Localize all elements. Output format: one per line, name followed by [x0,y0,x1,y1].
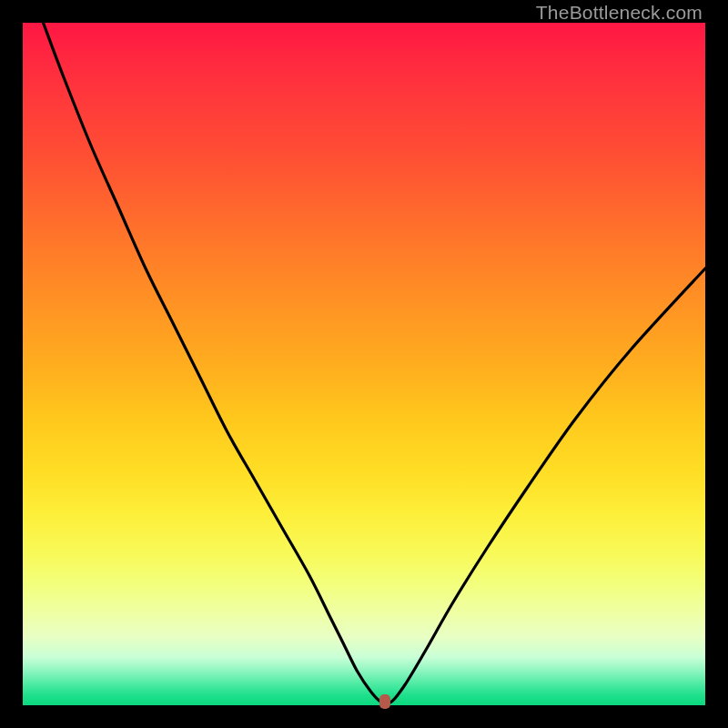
curve-svg [23,23,705,705]
chart-frame: TheBottleneck.com [0,0,728,728]
chart-plot-area [23,23,705,705]
watermark-text: TheBottleneck.com [536,2,703,24]
bottleneck-curve [44,23,706,703]
optimum-marker [379,694,390,709]
